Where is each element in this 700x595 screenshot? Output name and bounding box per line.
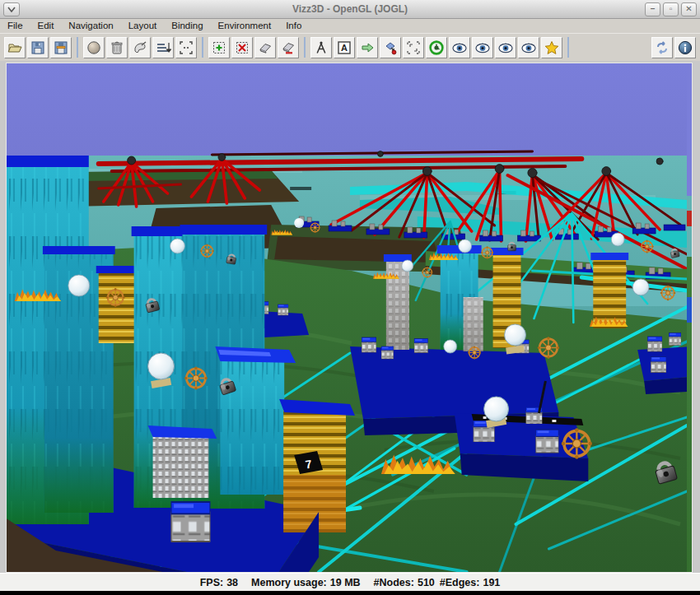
window-title: Vizz3D - OpenGL (JOGL) xyxy=(0,3,700,15)
ring-icon xyxy=(428,40,445,56)
trash-icon xyxy=(109,40,125,56)
maximize-button[interactable]: ▫ xyxy=(663,2,679,16)
select-add-icon xyxy=(211,40,227,56)
info-button[interactable] xyxy=(674,37,696,58)
open-button[interactable] xyxy=(4,37,26,58)
eye-icon xyxy=(520,40,537,56)
refresh-button[interactable] xyxy=(651,37,673,58)
sphere-icon[interactable] xyxy=(505,324,526,346)
eraser-button[interactable] xyxy=(254,37,276,58)
svg-text:A: A xyxy=(341,43,348,53)
toolbar-separator xyxy=(567,37,569,58)
viewport-3d[interactable]: 7 xyxy=(6,63,693,573)
forward-arrow-button[interactable] xyxy=(357,37,378,58)
toolbar-separator xyxy=(202,37,203,58)
fit-view-button[interactable] xyxy=(175,37,197,58)
sphere-icon[interactable] xyxy=(402,260,413,272)
info-icon xyxy=(677,40,693,56)
sphere-icon[interactable] xyxy=(484,397,509,421)
render-artifact-strip xyxy=(687,63,692,572)
eraser-red-button[interactable] xyxy=(278,37,299,58)
open-icon xyxy=(7,40,23,56)
menu-edit[interactable]: Edit xyxy=(30,19,62,33)
sphere-icon[interactable] xyxy=(444,340,457,353)
sphere-icon[interactable] xyxy=(611,233,624,246)
refresh-icon xyxy=(654,40,670,56)
sphere-icon[interactable] xyxy=(459,239,472,253)
measure-icon xyxy=(313,40,329,56)
close-button[interactable]: ✕ xyxy=(681,2,697,16)
ring-button[interactable] xyxy=(426,37,447,58)
star-icon xyxy=(544,40,560,56)
viewport-3d-canvas[interactable]: 7 xyxy=(7,63,687,572)
minimize-button[interactable]: – xyxy=(645,2,660,16)
menu-layout[interactable]: Layout xyxy=(121,19,165,33)
eye-button-3[interactable] xyxy=(495,37,516,58)
text-label-button[interactable]: A xyxy=(334,37,355,58)
layers-icon xyxy=(155,40,171,56)
sphere-icon[interactable] xyxy=(632,279,649,295)
sphere-icon[interactable] xyxy=(68,275,90,296)
eye-icon xyxy=(497,40,514,56)
eraser-red-icon xyxy=(280,40,296,56)
maximize-icon: ▫ xyxy=(670,4,673,13)
delete-button[interactable] xyxy=(106,37,128,58)
menu-binding[interactable]: Binding xyxy=(164,19,210,33)
save-button[interactable] xyxy=(27,37,49,58)
toolbar-separator xyxy=(304,37,306,58)
tower-gold[interactable] xyxy=(593,258,626,328)
menu-navigation[interactable]: Navigation xyxy=(61,19,120,33)
sphere-icon[interactable] xyxy=(170,239,185,253)
toolbar-separator xyxy=(77,37,78,58)
chevron-down-icon xyxy=(7,7,16,12)
sky xyxy=(7,63,687,160)
measure-button[interactable] xyxy=(310,37,332,58)
select-move-icon xyxy=(405,40,422,56)
menu-bar: File Edit Navigation Layout Binding Envi… xyxy=(0,19,700,33)
eye-button-4[interactable] xyxy=(518,37,539,58)
building-gray[interactable] xyxy=(153,435,209,498)
eye-button-1[interactable] xyxy=(449,37,470,58)
status-fps: FPS:38 xyxy=(200,577,238,588)
node-link-button[interactable] xyxy=(380,37,401,58)
minimize-icon: – xyxy=(651,4,656,13)
save-icon xyxy=(30,40,46,56)
menu-info[interactable]: Info xyxy=(278,19,309,33)
node-link-icon xyxy=(382,40,399,56)
sphere-icon xyxy=(86,40,102,56)
title-bar[interactable]: Vizz3D - OpenGL (JOGL) – ▫ ✕ xyxy=(0,0,700,19)
paint-button[interactable] xyxy=(129,37,151,58)
close-icon: ✕ xyxy=(685,4,692,13)
status-nodes: #Nodes:510 xyxy=(374,577,435,588)
app-window: Vizz3D - OpenGL (JOGL) – ▫ ✕ File Edit N… xyxy=(0,0,700,588)
select-remove-button[interactable] xyxy=(231,37,253,58)
text-label-icon: A xyxy=(336,40,352,56)
eraser-icon xyxy=(257,40,273,56)
select-move-button[interactable] xyxy=(403,37,424,58)
save-as-button[interactable] xyxy=(50,37,72,58)
eye-button-2[interactable] xyxy=(472,37,493,58)
sphere-icon[interactable] xyxy=(294,218,304,228)
sphere-icon[interactable] xyxy=(148,353,175,379)
status-memory: Memory usage:19 MB xyxy=(251,577,361,588)
layers-button[interactable] xyxy=(152,37,174,58)
eye-icon xyxy=(474,40,491,56)
menu-file[interactable]: File xyxy=(0,19,30,33)
star-button[interactable] xyxy=(541,37,562,58)
paint-icon xyxy=(132,40,148,56)
status-bar: FPS:38 Memory usage:19 MB #Nodes:510 #Ed… xyxy=(0,573,700,591)
select-remove-icon xyxy=(234,40,250,56)
menu-environment[interactable]: Environment xyxy=(211,19,279,33)
forward-arrow-icon xyxy=(359,40,376,56)
select-add-button[interactable] xyxy=(208,37,230,58)
save-as-icon xyxy=(53,40,69,56)
fit-view-icon xyxy=(178,40,194,56)
eye-icon xyxy=(451,40,468,56)
status-edges: #Edges:191 xyxy=(440,577,501,588)
toolbar: A xyxy=(0,33,700,61)
window-menu-button[interactable] xyxy=(3,2,20,16)
sphere-button[interactable] xyxy=(83,37,105,58)
